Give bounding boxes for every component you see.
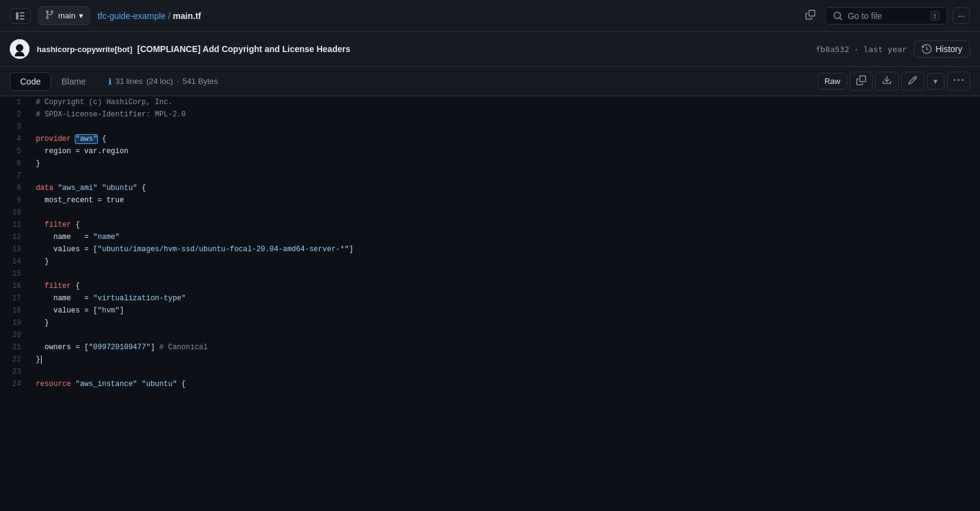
breadcrumb-separator: / — [168, 11, 170, 21]
file-actions: Raw ▾ — [818, 72, 970, 91]
table-row: 12 name = "name" — [0, 231, 980, 243]
more-options-button[interactable]: ··· — [952, 7, 970, 24]
line-content: } — [31, 354, 980, 366]
more-file-options-button[interactable] — [947, 72, 970, 91]
nav-right: Go to file t ··· — [825, 7, 970, 25]
branch-selector[interactable]: main ▾ — [38, 6, 90, 25]
line-number: 3 — [0, 121, 31, 133]
line-number: 13 — [0, 243, 31, 255]
table-row: 19 } — [0, 317, 980, 329]
repo-link[interactable]: tfc-guide-example — [97, 11, 165, 21]
line-content: data "aws_ami" "ubuntu" { — [31, 182, 980, 194]
table-row: 3 — [0, 121, 980, 133]
branch-name: main — [58, 11, 75, 20]
table-row: 16 filter { — [0, 280, 980, 292]
line-content: } — [31, 157, 980, 170]
file-meta: ℹ 31 lines (24 loc) · 541 Bytes — [108, 77, 218, 86]
line-content: # SPDX-License-Identifier: MPL-2.0 — [31, 108, 980, 121]
svg-rect-1 — [20, 12, 24, 13]
commit-right: fb8a532 · last year History — [816, 40, 970, 58]
filename: main.tf — [173, 11, 201, 21]
line-number: 22 — [0, 354, 31, 366]
top-nav: main ▾ tfc-guide-example / main.tf Go to… — [0, 0, 980, 32]
line-content: region = var.region — [31, 145, 980, 157]
line-number: 6 — [0, 157, 31, 170]
table-row: 9 most_recent = true — [0, 194, 980, 206]
download-button[interactable] — [875, 72, 899, 91]
table-row: 11 filter { — [0, 219, 980, 231]
line-content — [31, 329, 980, 341]
line-number: 16 — [0, 280, 31, 292]
line-number: 7 — [0, 170, 31, 182]
line-content — [31, 170, 980, 182]
info-icon: ℹ — [108, 77, 111, 86]
edit-chevron-button[interactable]: ▾ — [927, 73, 944, 89]
commit-info: hashicorp-copywrite[bot] [COMPLIANCE] Ad… — [37, 44, 809, 54]
table-row: 18 values = ["hvm"] — [0, 305, 980, 317]
commit-message: [COMPLIANCE] Add Copyright and License H… — [137, 44, 350, 54]
file-toolbar: Code Blame ℹ 31 lines (24 loc) · 541 Byt… — [0, 67, 980, 96]
line-number: 14 — [0, 255, 31, 268]
breadcrumb: tfc-guide-example / main.tf — [97, 11, 796, 21]
history-button[interactable]: History — [914, 40, 970, 58]
table-row: 13 values = ["ubuntu/images/hvm-ssd/ubun… — [0, 243, 980, 255]
line-number: 1 — [0, 96, 31, 108]
raw-button[interactable]: Raw — [818, 73, 847, 89]
copy-raw-button[interactable] — [850, 72, 873, 91]
line-number: 11 — [0, 219, 31, 231]
go-to-file-button[interactable]: Go to file t — [825, 7, 948, 25]
more-icon: ··· — [958, 11, 965, 20]
line-number: 8 — [0, 182, 31, 194]
loc-count: (24 loc) — [146, 77, 173, 86]
line-content: filter { — [31, 219, 980, 231]
line-content — [31, 206, 980, 219]
file-size: 541 Bytes — [183, 77, 218, 86]
svg-rect-0 — [16, 12, 18, 20]
commit-author: hashicorp-copywrite[bot] — [37, 45, 132, 54]
line-number: 20 — [0, 329, 31, 341]
table-row: 5 region = var.region — [0, 145, 980, 157]
git-branch-icon — [45, 10, 55, 21]
copy-path-button[interactable] — [803, 7, 818, 24]
table-row: 21 owners = ["099720109477"] # Canonical — [0, 341, 980, 354]
code-table: 1# Copyright (c) HashiCorp, Inc.2# SPDX-… — [0, 96, 980, 390]
line-content — [31, 268, 980, 280]
line-content: } — [31, 255, 980, 268]
edit-button[interactable] — [901, 72, 924, 91]
table-row: 2# SPDX-License-Identifier: MPL-2.0 — [0, 108, 980, 121]
line-number: 15 — [0, 268, 31, 280]
table-row: 4provider "aws" { — [0, 133, 980, 145]
line-number: 5 — [0, 145, 31, 157]
avatar — [10, 39, 29, 59]
table-row: 24resource "aws_instance" "ubuntu" { — [0, 378, 980, 390]
line-content: resource "aws_instance" "ubuntu" { — [31, 378, 980, 390]
commit-bar: hashicorp-copywrite[bot] [COMPLIANCE] Ad… — [0, 32, 980, 67]
table-row: 23 — [0, 366, 980, 378]
table-row: 1# Copyright (c) HashiCorp, Inc. — [0, 96, 980, 108]
history-label: History — [935, 44, 962, 54]
line-content: provider "aws" { — [31, 133, 980, 145]
table-row: 17 name = "virtualization-type" — [0, 292, 980, 305]
line-content: # Copyright (c) HashiCorp, Inc. — [31, 96, 980, 108]
code-container: 1# Copyright (c) HashiCorp, Inc.2# SPDX-… — [0, 96, 980, 510]
line-number: 19 — [0, 317, 31, 329]
line-number: 17 — [0, 292, 31, 305]
line-number: 18 — [0, 305, 31, 317]
line-content — [31, 366, 980, 378]
table-row: 20 — [0, 329, 980, 341]
search-kbd: t — [930, 11, 940, 21]
line-content: name = "virtualization-type" — [31, 292, 980, 305]
table-row: 8data "aws_ami" "ubuntu" { — [0, 182, 980, 194]
tab-code[interactable]: Code — [10, 72, 51, 91]
line-number: 9 — [0, 194, 31, 206]
sidebar-toggle-button[interactable] — [10, 8, 31, 24]
commit-hash: fb8a532 · last year — [816, 45, 907, 54]
table-row: 10 — [0, 206, 980, 219]
svg-rect-2 — [20, 15, 24, 17]
line-content: filter { — [31, 280, 980, 292]
line-number: 23 — [0, 366, 31, 378]
line-number: 21 — [0, 341, 31, 354]
tab-blame[interactable]: Blame — [51, 72, 96, 91]
line-content: } — [31, 317, 980, 329]
line-number: 24 — [0, 378, 31, 390]
